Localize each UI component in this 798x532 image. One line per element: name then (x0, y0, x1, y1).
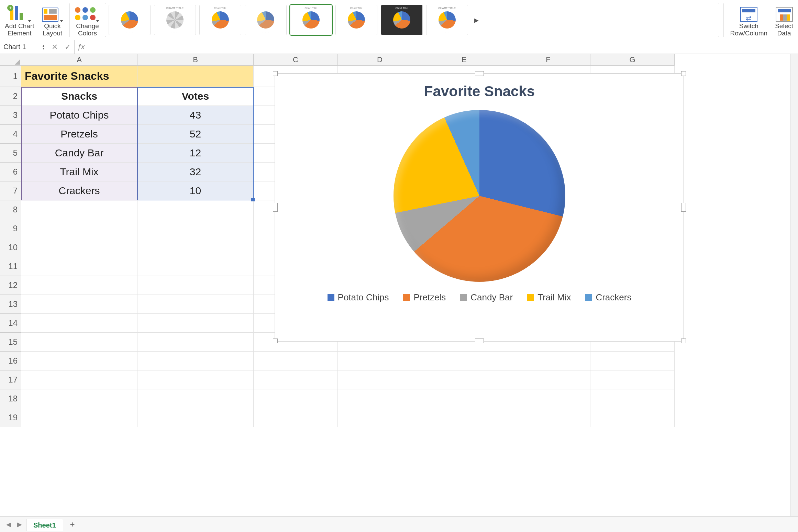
row-header-10[interactable]: 10 (0, 238, 21, 257)
cell-C16[interactable] (254, 352, 338, 370)
cell-A17[interactable] (21, 370, 137, 389)
chart-style-thumb-1[interactable]: ····· (109, 5, 151, 35)
chart-legend[interactable]: Potato ChipsPretzelsCandy BarTrail MixCr… (275, 292, 684, 303)
legend-item[interactable]: Pretzels (403, 292, 446, 303)
row-header-8[interactable]: 8 (0, 200, 21, 219)
cell-G16[interactable] (590, 352, 675, 370)
cell-B1[interactable] (137, 66, 254, 87)
row-header-17[interactable]: 17 (0, 370, 21, 389)
cell-A6[interactable]: Trail Mix (21, 163, 137, 181)
quick-layout-button[interactable]: QuickLayout (40, 1, 65, 39)
row-header-18[interactable]: 18 (0, 389, 21, 408)
cell-B17[interactable] (137, 370, 254, 389)
cell-B14[interactable] (137, 314, 254, 333)
cell-B19[interactable] (137, 408, 254, 427)
cell-A5[interactable]: Candy Bar (21, 144, 137, 163)
change-colors-button[interactable]: ChangeColors (74, 1, 101, 39)
cell-D18[interactable] (338, 389, 422, 408)
row-header-16[interactable]: 16 (0, 352, 21, 370)
cell-E19[interactable] (422, 408, 506, 427)
row-header-9[interactable]: 9 (0, 219, 21, 238)
cell-E18[interactable] (422, 389, 506, 408)
cell-G19[interactable] (590, 408, 675, 427)
resize-handle[interactable] (681, 71, 686, 76)
formula-input[interactable] (87, 40, 798, 54)
cell-C18[interactable] (254, 389, 338, 408)
resize-handle[interactable] (475, 339, 484, 343)
cell-B16[interactable] (137, 352, 254, 370)
add-sheet-button[interactable]: + (65, 520, 80, 529)
cell-B7[interactable]: 10 (137, 181, 254, 200)
fx-icon[interactable]: ƒx (74, 40, 87, 54)
resize-handle[interactable] (273, 339, 278, 343)
resize-handle[interactable] (273, 71, 278, 76)
cell-B5[interactable]: 12 (137, 144, 254, 163)
chart-styles-gallery[interactable]: ·····CHART TITLE·····Chart Title········… (105, 3, 720, 37)
cell-A3[interactable]: Potato Chips (21, 106, 137, 125)
cell-F16[interactable] (506, 352, 590, 370)
row-header-2[interactable]: 2 (0, 87, 21, 106)
cell-A7[interactable]: Crackers (21, 181, 137, 200)
cell-B2[interactable]: Votes (137, 87, 254, 106)
resize-handle[interactable] (681, 339, 686, 343)
row-header-5[interactable]: 5 (0, 144, 21, 163)
cell-C19[interactable] (254, 408, 338, 427)
column-header-D[interactable]: D (338, 54, 422, 66)
legend-item[interactable]: Trail Mix (527, 292, 571, 303)
stepper-icon[interactable]: ▴▾ (43, 44, 44, 50)
cell-B9[interactable] (137, 219, 254, 238)
cell-D19[interactable] (338, 408, 422, 427)
cell-G18[interactable] (590, 389, 675, 408)
row-header-12[interactable]: 12 (0, 276, 21, 295)
cell-E17[interactable] (422, 370, 506, 389)
switch-row-column-button[interactable]: SwitchRow/Column (728, 1, 769, 39)
cell-A13[interactable] (21, 295, 137, 314)
column-header-E[interactable]: E (422, 54, 506, 66)
cell-G17[interactable] (590, 370, 675, 389)
row-header-11[interactable]: 11 (0, 257, 21, 276)
column-header-A[interactable]: A (21, 54, 137, 66)
cell-A12[interactable] (21, 276, 137, 295)
cell-B18[interactable] (137, 389, 254, 408)
cell-A8[interactable] (21, 200, 137, 219)
row-header-14[interactable]: 14 (0, 314, 21, 333)
column-header-B[interactable]: B (137, 54, 254, 66)
pie-chart-plot[interactable] (394, 110, 565, 282)
cell-A2[interactable]: Snacks (21, 87, 137, 106)
select-all-corner[interactable] (0, 54, 21, 66)
cell-B13[interactable] (137, 295, 254, 314)
row-header-7[interactable]: 7 (0, 181, 21, 200)
cell-B10[interactable] (137, 238, 254, 257)
select-data-button[interactable]: SelectData (773, 1, 795, 39)
cell-B6[interactable]: 32 (137, 163, 254, 181)
cell-C17[interactable] (254, 370, 338, 389)
legend-item[interactable]: Candy Bar (460, 292, 513, 303)
row-header-19[interactable]: 19 (0, 408, 21, 427)
cell-F19[interactable] (506, 408, 590, 427)
row-header-1[interactable]: 1 (0, 66, 21, 87)
cell-A11[interactable] (21, 257, 137, 276)
gallery-more-button[interactable]: ▸ (472, 15, 481, 25)
chart-style-thumb-5[interactable]: Chart Title····· (290, 5, 332, 35)
row-header-3[interactable]: 3 (0, 106, 21, 125)
cell-A9[interactable] (21, 219, 137, 238)
chart-style-thumb-6[interactable]: Chart Title····· (335, 5, 377, 35)
row-header-15[interactable]: 15 (0, 333, 21, 352)
cell-E16[interactable] (422, 352, 506, 370)
cell-B3[interactable]: 43 (137, 106, 254, 125)
cell-D16[interactable] (338, 352, 422, 370)
legend-item[interactable]: Crackers (585, 292, 631, 303)
row-header-4[interactable]: 4 (0, 125, 21, 144)
cell-A14[interactable] (21, 314, 137, 333)
cell-B12[interactable] (137, 276, 254, 295)
tab-next-button[interactable]: ▶ (15, 521, 24, 528)
resize-handle[interactable] (475, 71, 484, 76)
legend-item[interactable]: Potato Chips (328, 292, 389, 303)
column-header-F[interactable]: F (506, 54, 590, 66)
cell-F17[interactable] (506, 370, 590, 389)
chart-object[interactable]: Favorite Snacks Potato ChipsPretzelsCand… (275, 73, 684, 341)
column-header-C[interactable]: C (254, 54, 338, 66)
sheet-tab[interactable]: Sheet1 (26, 519, 63, 531)
name-box[interactable]: Chart 1 ▴▾ (0, 40, 48, 54)
cell-A19[interactable] (21, 408, 137, 427)
